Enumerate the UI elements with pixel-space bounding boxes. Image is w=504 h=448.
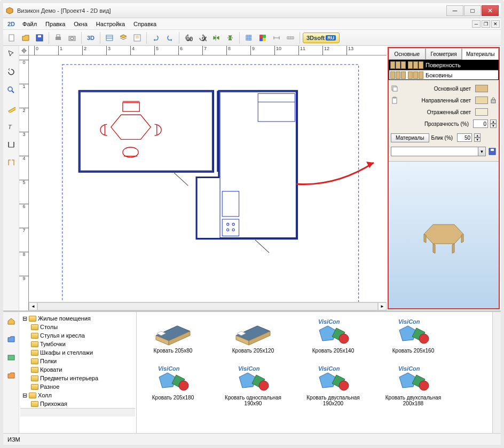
save-material-button[interactable] (488, 147, 497, 156)
library-item[interactable]: Кровать 205x80 (141, 316, 205, 354)
library-tree[interactable]: ⊟ Жилые помещения Столы Стулья и кресла … (19, 312, 137, 433)
dir-light-swatch[interactable] (475, 97, 488, 104)
save-button[interactable] (33, 31, 46, 44)
door-tool[interactable] (5, 157, 17, 169)
rotate-ccw-button[interactable]: 90 (182, 31, 195, 44)
lib-orange-button[interactable] (5, 370, 17, 381)
open-button[interactable] (19, 31, 32, 44)
menu-edit[interactable]: Правка (41, 20, 69, 28)
svg-rect-25 (263, 35, 266, 38)
surface-list: Поверхность Боковины (389, 60, 499, 80)
redo-button[interactable] (163, 31, 176, 44)
wall-tool[interactable] (5, 139, 17, 150)
props-button[interactable] (131, 31, 144, 44)
svg-rect-24 (259, 35, 263, 38)
dim-button[interactable] (270, 31, 283, 44)
3d-view-button[interactable]: 3D (84, 31, 97, 44)
lib-home-button[interactable] (5, 315, 17, 327)
lib-green-button[interactable] (5, 351, 17, 363)
mirror-h-button[interactable] (210, 31, 223, 44)
library-item[interactable]: VisiConКровать двухспальная 200x188 (381, 363, 445, 406)
svg-rect-78 (8, 355, 14, 360)
minimize-button[interactable]: ─ (446, 5, 463, 16)
ruler-origin-button[interactable] (19, 46, 29, 55)
mdi-close-button[interactable]: ✕ (491, 20, 500, 28)
library-item[interactable]: VisiConКровать 205x140 (301, 316, 365, 354)
surface-item-sides[interactable]: Боковины (389, 70, 498, 79)
tab-materials[interactable]: Материалы (462, 48, 499, 60)
glare-input[interactable] (457, 133, 472, 142)
svg-marker-74 (433, 244, 435, 253)
tree-item[interactable]: Полки (20, 357, 135, 365)
grid-button[interactable] (242, 31, 255, 44)
tree-item[interactable]: Стулья и кресла (20, 331, 135, 340)
tree-root2[interactable]: ⊟ Холл (20, 391, 135, 399)
tree-item[interactable]: Шкафы и стеллажи (20, 348, 135, 357)
library-item[interactable]: VisiConКровать двуспальная 190x200 (301, 363, 365, 406)
svg-point-57 (227, 229, 229, 231)
tree-item[interactable]: Предметы интерьера (20, 374, 135, 382)
copy-icon[interactable] (391, 85, 398, 92)
materials-button[interactable]: Материалы (391, 133, 429, 142)
scroll-right-button[interactable]: ► (378, 302, 387, 310)
glare-spinner[interactable]: ▲▼ (474, 133, 481, 142)
svg-point-58 (232, 229, 234, 231)
menu-help[interactable]: Справка (129, 20, 161, 28)
main-color-label: Основной цвет (400, 86, 473, 92)
ruler-vertical[interactable]: 0 1 2 3 4 5 6 7 8 9 (19, 55, 29, 310)
zoom-tool[interactable] (5, 84, 17, 96)
tree-item[interactable]: Кровати (20, 365, 135, 374)
paste-icon[interactable] (391, 97, 398, 104)
svg-rect-27 (263, 38, 266, 41)
scrollbar-horizontal[interactable] (37, 302, 378, 310)
refl-light-swatch[interactable] (475, 108, 488, 116)
layers-button[interactable] (117, 31, 130, 44)
surface-item-top[interactable]: Поверхность (389, 60, 498, 70)
transparency-input[interactable] (473, 119, 488, 128)
tree-root[interactable]: ⊟ Жилые помещения (20, 314, 135, 323)
scroll-left-button[interactable]: ◄ (29, 302, 37, 310)
undo-button[interactable] (149, 31, 162, 44)
mdi-minimize-button[interactable]: ─ (472, 20, 481, 28)
drawing-canvas[interactable] (29, 55, 387, 310)
lib-folder-button[interactable] (5, 333, 17, 345)
select-tool[interactable] (5, 48, 17, 60)
transparency-spinner[interactable]: ▲▼ (490, 119, 497, 128)
menu-file[interactable]: Файл (18, 20, 41, 28)
print-button[interactable] (52, 31, 65, 44)
table-button[interactable] (103, 31, 116, 44)
new-button[interactable] (5, 31, 18, 44)
main-color-swatch[interactable] (475, 85, 488, 92)
tree-item[interactable]: Разное (20, 382, 135, 391)
library-item[interactable]: VisiConКровать 205x180 (141, 363, 205, 406)
rotate-tool[interactable] (5, 66, 17, 78)
rotate-cw-button[interactable]: 90 (196, 31, 209, 44)
tree-item[interactable]: Тумбочки (20, 340, 135, 348)
ruler-horizontal[interactable]: 0 1 2 3 4 5 6 7 8 9 10 11 12 13 (29, 46, 387, 55)
tab-geometry[interactable]: Геометрия (426, 48, 462, 60)
lock-icon[interactable] (490, 97, 497, 103)
logo-3dsoft[interactable]: 3DsoftRU (303, 33, 340, 43)
mirror-v-button[interactable] (224, 31, 237, 44)
material-combo[interactable]: ▼ (391, 147, 486, 156)
tree-item[interactable]: Прихожая (20, 399, 135, 408)
svg-marker-73 (424, 225, 463, 244)
library-item[interactable]: VisiConКровать односпальная 190x90 (221, 363, 285, 406)
library-item[interactable]: VisiConКровать 205x160 (381, 316, 445, 354)
menu-windows[interactable]: Окна (69, 20, 92, 28)
ruler-tool[interactable] (5, 102, 17, 114)
text-tool[interactable]: T (5, 121, 17, 132)
measure-button[interactable] (284, 31, 297, 44)
library-item[interactable]: Кровать 205x120 (221, 316, 285, 354)
camera-button[interactable] (66, 31, 78, 44)
tab-main[interactable]: Основные (389, 48, 426, 60)
library-scrollbar[interactable] (492, 312, 501, 433)
color-button[interactable] (256, 31, 269, 44)
close-button[interactable]: ✕ (482, 5, 499, 16)
tree-item[interactable]: Столы (20, 323, 135, 331)
menu-settings[interactable]: Настройка (92, 20, 129, 28)
svg-text:VisiCon: VisiCon (398, 318, 420, 325)
maximize-button[interactable]: □ (464, 5, 481, 16)
svg-rect-68 (392, 98, 397, 103)
mdi-restore-button[interactable]: ❐ (482, 20, 490, 28)
